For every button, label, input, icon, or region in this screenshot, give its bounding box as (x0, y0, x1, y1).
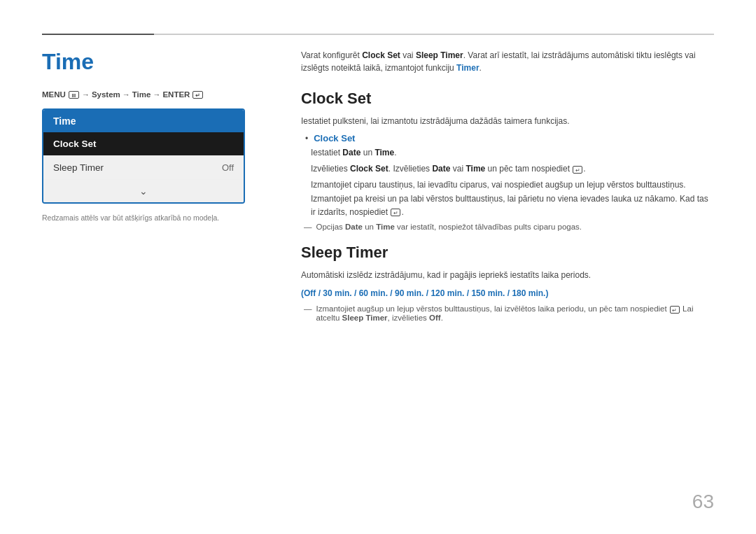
enter-icon: ↵ (192, 91, 203, 99)
note-dash: ― (304, 223, 312, 231)
menu-path: MENU III → System → Time → ENTER ↵ (42, 90, 280, 99)
sleep-timer-note-text: Izmantojiet augšup un lejup vērstos bult… (316, 304, 715, 321)
image-note: Redzamais attēls var būt atšķirīgs atkar… (42, 213, 280, 222)
clock-set-desc: Iestatiet pulksteni, lai izmantotu izstr… (301, 115, 714, 127)
sleep-timer-desc: Automātiski izslēdz izstrādājumu, kad ir… (301, 269, 714, 281)
clock-set-note: ― Opcijas Date un Time var iestatīt, nos… (301, 223, 714, 231)
enter-icon-inline2: ↵ (391, 209, 400, 216)
arrow1: → (82, 90, 90, 99)
sleep-timer-value: Off (222, 162, 234, 173)
arrow3: → (153, 90, 160, 99)
clock-set-label: Clock Set (53, 139, 97, 149)
system-label: System (92, 90, 120, 99)
menu-label: MENU (42, 90, 66, 99)
arrow2: → (122, 90, 130, 99)
clock-set-sub2: Izvēlieties Clock Set. Izvēlieties Date … (311, 162, 714, 176)
left-column: Time MENU III → System → Time → ENTER ↵ … (42, 49, 280, 222)
note-dash2: ― (304, 304, 312, 321)
sleep-timer-section-title: Sleep Timer (301, 244, 714, 262)
clock-set-sub1: Iestatiet Date un Time. (311, 146, 714, 160)
bullet-dot: • (305, 134, 308, 143)
top-accent-line (42, 34, 154, 35)
clock-set-section-title: Clock Set (301, 90, 714, 108)
chevron-down-icon: ⌄ (139, 185, 148, 197)
intro-paragraph: Varat konfigurēt Clock Set vai Sleep Tim… (301, 49, 714, 74)
page-title: Time (42, 49, 280, 75)
menu-icon: III (69, 91, 79, 99)
page-number: 63 (692, 491, 714, 513)
sleep-timer-note: ― Izmantojiet augšup un lejup vērstos bu… (301, 304, 714, 321)
tv-menu-more[interactable]: ⌄ (43, 180, 244, 202)
options-text: Off / 30 min. / 60 min. / 90 min. / 120 … (304, 288, 545, 298)
sleep-timer-label: Sleep Timer (53, 162, 104, 173)
clock-set-bullet: • Clock Set (301, 133, 714, 143)
clock-set-note-text: Opcijas Date un Time var iestatīt, nospi… (316, 223, 582, 231)
enter-label: ENTER (162, 90, 190, 99)
enter-icon-inline1: ↵ (573, 166, 582, 174)
enter-icon-inline3: ↵ (670, 306, 680, 314)
tv-menu-widget: Time Clock Set Sleep Timer Off ⌄ (42, 108, 245, 204)
clock-set-bullet-label: Clock Set (314, 133, 355, 143)
time-label: Time (132, 90, 151, 99)
tv-menu-item-clock-set[interactable]: Clock Set (43, 132, 244, 156)
sleep-timer-section: Sleep Timer Automātiski izslēdz izstrādā… (301, 244, 714, 322)
clock-set-sub3: Izmantojiet ciparu taustiņus, lai ievadī… (311, 178, 714, 219)
sleep-timer-options: (Off / 30 min. / 60 min. / 90 min. / 120… (301, 287, 714, 300)
tv-menu-header: Time (43, 110, 244, 132)
right-column: Varat konfigurēt Clock Set vai Sleep Tim… (301, 49, 714, 325)
tv-menu-item-sleep-timer[interactable]: Sleep Timer Off (43, 156, 244, 180)
